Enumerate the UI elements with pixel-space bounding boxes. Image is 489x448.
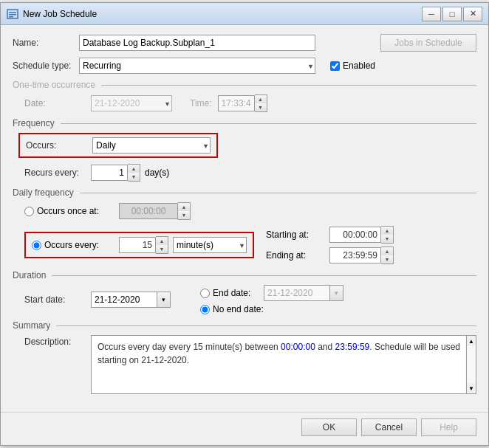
occurs-every-unit-select[interactable]: minute(s) hour(s) xyxy=(173,237,247,253)
occurs-select[interactable]: Daily Weekly Monthly xyxy=(92,137,211,154)
end-date-calendar-button: ▾ xyxy=(330,285,343,301)
dialog-content: Name: Jobs in Schedule Schedule type: Re… xyxy=(1,25,488,409)
starting-at-spinner: ▲ ▼ xyxy=(381,226,394,244)
schedule-type-label: Schedule type: xyxy=(13,61,79,71)
summary-divider: Summary xyxy=(13,320,476,331)
scrollbar-down[interactable]: ▼ xyxy=(467,383,476,393)
one-time-label: One-time occurrence xyxy=(13,80,101,90)
occurs-once-radio[interactable] xyxy=(24,207,34,216)
time-up-button: ▲ xyxy=(255,95,267,103)
starting-down[interactable]: ▼ xyxy=(381,235,393,243)
jobs-in-schedule-button[interactable]: Jobs in Schedule xyxy=(380,34,476,52)
start-end-group: Starting at: ▲ ▼ Ending at: xyxy=(266,226,394,264)
starting-up[interactable]: ▲ xyxy=(381,227,393,235)
window-icon xyxy=(7,8,18,20)
one-time-divider: One-time occurrence xyxy=(13,80,476,90)
close-button[interactable]: ✕ xyxy=(463,7,482,21)
end-date-radio[interactable] xyxy=(200,289,210,298)
time-spinner-buttons: ▲ ▼ xyxy=(255,94,267,112)
cancel-button[interactable]: Cancel xyxy=(361,418,417,436)
maximize-button[interactable]: □ xyxy=(442,7,462,21)
svg-rect-3 xyxy=(9,16,13,18)
name-label: Name: xyxy=(13,38,79,48)
starting-at-row: Starting at: ▲ ▼ xyxy=(266,226,394,244)
occurs-every-row: Occurs every: ▲ ▼ minute(s) hour(s) xyxy=(24,226,476,264)
starting-at-label: Starting at: xyxy=(266,230,325,240)
duration-row: Start date: ▾ End date: ▾ xyxy=(24,285,476,314)
occurs-once-label: Occurs once at: xyxy=(37,206,99,216)
scrollbar-up[interactable]: ▲ xyxy=(467,336,476,346)
end-date-row: End date: ▾ xyxy=(200,285,343,301)
no-end-date-radio-label[interactable]: No end date: xyxy=(200,304,264,314)
recurs-every-unit: day(s) xyxy=(145,168,169,178)
title-bar: New Job Schedule ─ □ ✕ xyxy=(1,3,488,25)
start-date-label: Start date: xyxy=(24,294,91,305)
duration-divider: Duration xyxy=(13,270,476,280)
recurs-down-button[interactable]: ▼ xyxy=(128,173,140,181)
no-end-date-radio[interactable] xyxy=(200,305,210,314)
dialog-footer: OK Cancel Help xyxy=(1,412,488,445)
recurs-every-input[interactable] xyxy=(91,165,128,181)
occurs-every-value-input[interactable] xyxy=(119,237,156,253)
occurs-every-label: Occurs every: xyxy=(44,240,99,250)
description-time2: 23:59:59 xyxy=(335,342,370,352)
end-date-input-group: ▾ xyxy=(264,285,343,301)
occurs-every-radio-label[interactable]: Occurs every: xyxy=(32,240,113,250)
ending-down[interactable]: ▼ xyxy=(381,255,393,263)
scrollbar-track xyxy=(467,346,476,383)
enabled-checkbox-label[interactable]: Enabled xyxy=(330,61,375,71)
description-text-part2: and xyxy=(315,342,335,352)
recurs-up-button[interactable]: ▲ xyxy=(128,165,140,173)
schedule-type-select[interactable]: Recurring xyxy=(79,58,315,74)
description-label: Description: xyxy=(24,335,91,347)
starting-at-input[interactable] xyxy=(329,227,381,243)
svg-rect-2 xyxy=(9,14,16,15)
end-date-radio-label[interactable]: End date: xyxy=(200,288,259,298)
occurs-every-radio[interactable] xyxy=(32,241,41,250)
occurs-red-border: Occurs: Daily Weekly Monthly ▾ xyxy=(18,133,218,158)
occurs-every-up[interactable]: ▲ xyxy=(156,237,168,245)
time-label: Time: xyxy=(190,98,212,108)
schedule-type-row: Schedule type: Recurring ▾ Enabled xyxy=(13,58,476,74)
end-date-group: End date: ▾ No end date: xyxy=(200,285,343,314)
name-row: Name: Jobs in Schedule xyxy=(13,34,476,52)
recurs-every-label: Recurs every: xyxy=(24,168,91,178)
start-date-input[interactable] xyxy=(91,292,157,308)
occurs-label: Occurs: xyxy=(26,140,92,151)
end-date-input xyxy=(264,285,330,301)
occurs-once-down: ▼ xyxy=(178,211,190,219)
scrollbar[interactable]: ▲ ▼ xyxy=(466,335,476,394)
ending-at-label: Ending at: xyxy=(266,250,325,261)
date-label: Date: xyxy=(24,98,91,108)
main-window: New Job Schedule ─ □ ✕ Name: Jobs in Sch… xyxy=(0,2,489,446)
window-controls: ─ □ ✕ xyxy=(422,7,482,21)
time-down-button: ▼ xyxy=(255,103,267,111)
ending-at-input[interactable] xyxy=(329,247,381,263)
occurs-once-radio-label[interactable]: Occurs once at: xyxy=(24,206,113,216)
enabled-checkbox[interactable] xyxy=(330,61,340,71)
occurs-every-red-border: Occurs every: ▲ ▼ minute(s) hour(s) xyxy=(24,232,254,258)
daily-frequency-label: Daily frequency xyxy=(13,187,80,198)
ending-up[interactable]: ▲ xyxy=(381,247,393,255)
no-end-date-label: No end date: xyxy=(213,304,264,314)
occurs-every-spinner: ▲ ▼ xyxy=(156,236,168,254)
occurs-once-row: Occurs once at: ▲ ▼ xyxy=(24,202,476,220)
description-row: Description: Occurs every day every 15 m… xyxy=(24,335,476,394)
time-spinner-input xyxy=(218,95,255,111)
occurs-every-down[interactable]: ▼ xyxy=(156,245,168,253)
description-time1: 00:00:00 xyxy=(281,342,315,352)
occurs-once-up: ▲ xyxy=(178,203,190,211)
recurs-every-row: Recurs every: ▲ ▼ day(s) xyxy=(24,164,476,182)
date-select: 21-12-2020 xyxy=(91,95,172,111)
duration-label: Duration xyxy=(13,270,52,280)
one-time-row: Date: 21-12-2020 ▾ Time: ▲ ▼ xyxy=(24,94,476,112)
name-input[interactable] xyxy=(79,35,315,51)
frequency-divider: Frequency xyxy=(13,118,476,128)
start-date-calendar-button[interactable]: ▾ xyxy=(157,292,171,308)
ending-at-row: Ending at: ▲ ▼ xyxy=(266,247,394,264)
ending-at-spinner: ▲ ▼ xyxy=(381,247,394,264)
help-button[interactable]: Help xyxy=(421,418,476,436)
recurs-every-spinner-buttons: ▲ ▼ xyxy=(128,164,140,182)
ok-button[interactable]: OK xyxy=(301,418,357,436)
minimize-button[interactable]: ─ xyxy=(422,7,441,21)
